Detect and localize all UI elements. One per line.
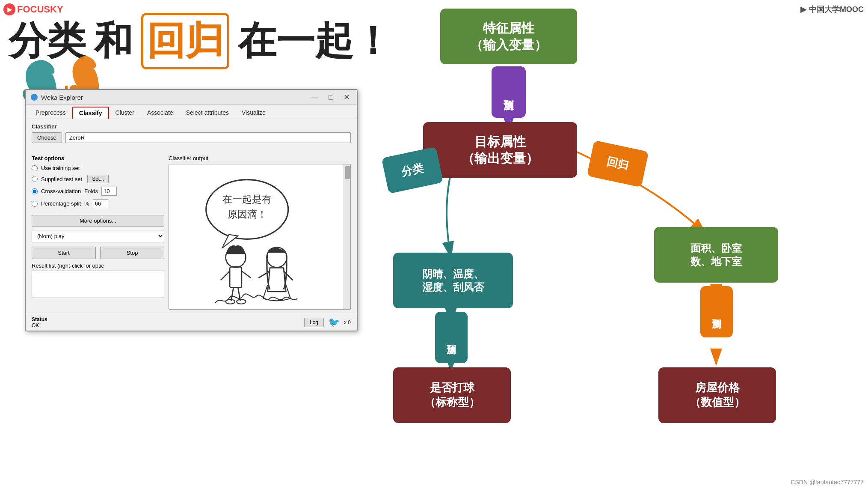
use-training-set-row: Use training set bbox=[32, 165, 164, 171]
test-options-label: Test options bbox=[32, 155, 164, 161]
main-title: 分类 和 回归 在一起！ bbox=[9, 13, 392, 69]
cross-validation-row: Cross-validation Folds bbox=[32, 187, 164, 196]
status-label: Status bbox=[32, 316, 47, 322]
classifier-row: Choose bbox=[32, 132, 351, 143]
predict2-box: 预测 bbox=[435, 312, 468, 363]
choose-button[interactable]: Choose bbox=[32, 132, 62, 143]
title-part1: 分类 bbox=[9, 15, 86, 67]
supplied-test-set-radio[interactable] bbox=[32, 176, 38, 182]
tab-classify[interactable]: Classify bbox=[72, 107, 109, 119]
use-training-set-radio[interactable] bbox=[32, 165, 38, 171]
test-options-panel: Test options Use training set Supplied t… bbox=[32, 155, 164, 310]
target-box: 目标属性（输出变量） bbox=[423, 122, 577, 178]
status-value: OK bbox=[32, 322, 47, 328]
output-area: 在一起是有 原因滴！ bbox=[169, 164, 351, 310]
regression-input-box: 面积、卧室数、地下室 bbox=[654, 227, 778, 283]
svg-line-15 bbox=[258, 271, 270, 278]
percent-input[interactable] bbox=[93, 199, 108, 208]
regression-result-label: 房屋价格（数值型） bbox=[690, 381, 745, 410]
classifier-name-input[interactable] bbox=[65, 132, 351, 143]
title-part4: 在一起！ bbox=[238, 15, 392, 67]
result-list-title: Result list (right-click for optic bbox=[32, 262, 164, 269]
tab-cluster[interactable]: Cluster bbox=[109, 107, 141, 119]
more-options-button[interactable]: More options... bbox=[32, 215, 164, 227]
weka-main-panel: Test options Use training set Supplied t… bbox=[26, 152, 357, 314]
status-right: Log 🐦 x 0 bbox=[304, 317, 351, 328]
comic-image: 在一起是有 原因滴！ bbox=[188, 168, 325, 305]
tab-select-attributes[interactable]: Select attributes bbox=[180, 107, 235, 119]
stop-button[interactable]: Stop bbox=[100, 247, 164, 259]
regression-tilt-label: 回归 bbox=[587, 140, 649, 187]
x-count: x 0 bbox=[344, 319, 351, 325]
svg-rect-7 bbox=[230, 267, 242, 287]
title-part2: 和 bbox=[94, 15, 133, 67]
classifier-label: Classifier bbox=[32, 123, 351, 130]
bird-icon: 🐦 bbox=[328, 317, 340, 328]
weka-window: Weka Explorer — □ ✕ Preprocess Classify … bbox=[25, 89, 358, 331]
predict1-box: 预测 bbox=[492, 66, 526, 118]
svg-text:在一起是有: 在一起是有 bbox=[222, 194, 272, 205]
folds-label: Folds bbox=[84, 188, 98, 194]
classify-input-label: 阴晴、温度、湿度、刮风否 bbox=[422, 267, 484, 294]
close-button[interactable]: ✕ bbox=[342, 92, 352, 102]
svg-text:原因滴！: 原因滴！ bbox=[228, 209, 267, 220]
percentage-split-label: Percentage split bbox=[41, 200, 81, 207]
start-button[interactable]: Start bbox=[32, 247, 96, 259]
classify-result-label: 是否打球（标称型） bbox=[424, 381, 480, 410]
target-label: 目标属性（输出变量） bbox=[462, 133, 539, 167]
weka-title-text: Weka Explorer bbox=[41, 94, 83, 101]
title-part3: 回归 bbox=[141, 13, 229, 69]
features-label: 特征属性（输入变量） bbox=[470, 20, 547, 53]
use-training-set-label: Use training set bbox=[41, 165, 80, 171]
nom-play-select[interactable]: (Nom) play bbox=[32, 230, 164, 242]
minimize-button[interactable]: — bbox=[309, 93, 320, 102]
weka-title-left: Weka Explorer bbox=[31, 94, 83, 101]
features-box: 特征属性（输入变量） bbox=[440, 9, 577, 64]
classifier-output-panel: Classifier output 在一起是有 原因滴！ bbox=[169, 155, 351, 310]
percentage-split-row: Percentage split % bbox=[32, 199, 164, 208]
regression-result-box: 房屋价格（数值型） bbox=[658, 367, 776, 423]
classify-input-box: 阴晴、温度、湿度、刮风否 bbox=[393, 253, 513, 308]
status-left: Status OK bbox=[32, 316, 47, 328]
percent-symbol: % bbox=[84, 200, 89, 207]
supplied-test-set-label: Supplied test set bbox=[41, 176, 82, 182]
weka-dot bbox=[31, 94, 38, 101]
weka-classifier-section: Classifier Choose bbox=[26, 119, 357, 152]
regression-input-label: 面积、卧室数、地下室 bbox=[690, 242, 742, 268]
right-diagram: ▶ 中国大学MOOC bbox=[380, 0, 868, 489]
classify-label: 分类 bbox=[400, 161, 425, 180]
supplied-test-set-row: Supplied test set Set... bbox=[32, 175, 164, 183]
scroll-thumb bbox=[345, 166, 350, 179]
result-list-box[interactable] bbox=[32, 271, 164, 298]
regression-label: 回归 bbox=[605, 154, 630, 173]
set-button[interactable]: Set... bbox=[87, 175, 109, 183]
csdn-watermark: CSDN @taotaotao7777777 bbox=[791, 479, 864, 486]
classify-tilt-label: 分类 bbox=[382, 146, 444, 194]
weka-titlebar: Weka Explorer — □ ✕ bbox=[26, 90, 357, 105]
predict3-box: 预测 bbox=[700, 286, 733, 337]
svg-line-10 bbox=[221, 271, 230, 280]
classify-result-box: 是否打球（标称型） bbox=[393, 367, 511, 423]
weka-window-controls: — □ ✕ bbox=[309, 92, 352, 102]
output-title: Classifier output bbox=[169, 155, 351, 161]
percentage-split-radio[interactable] bbox=[32, 201, 38, 207]
svg-line-11 bbox=[242, 271, 251, 278]
mooc-text: 中国大学MOOC bbox=[809, 4, 864, 15]
cross-validation-radio[interactable] bbox=[32, 188, 38, 194]
tab-bar: Preprocess Classify Cluster Associate Se… bbox=[26, 105, 357, 119]
output-image-area: 在一起是有 原因滴！ bbox=[169, 164, 344, 309]
output-scrollbar[interactable] bbox=[344, 164, 350, 309]
svg-line-8 bbox=[231, 287, 233, 301]
start-stop-row: Start Stop bbox=[32, 247, 164, 259]
mooc-icon: ▶ bbox=[800, 5, 806, 14]
tab-preprocess[interactable]: Preprocess bbox=[29, 107, 72, 119]
folds-input[interactable] bbox=[101, 187, 117, 196]
mooc-logo: ▶ 中国大学MOOC bbox=[800, 4, 864, 15]
log-button[interactable]: Log bbox=[304, 318, 324, 327]
svg-point-13 bbox=[237, 299, 246, 304]
tab-visualize[interactable]: Visualize bbox=[235, 107, 272, 119]
tab-associate[interactable]: Associate bbox=[141, 107, 180, 119]
maximize-button[interactable]: □ bbox=[327, 93, 335, 102]
status-bar: Status OK Log 🐦 x 0 bbox=[26, 314, 357, 331]
cross-validation-label: Cross-validation bbox=[41, 188, 81, 194]
